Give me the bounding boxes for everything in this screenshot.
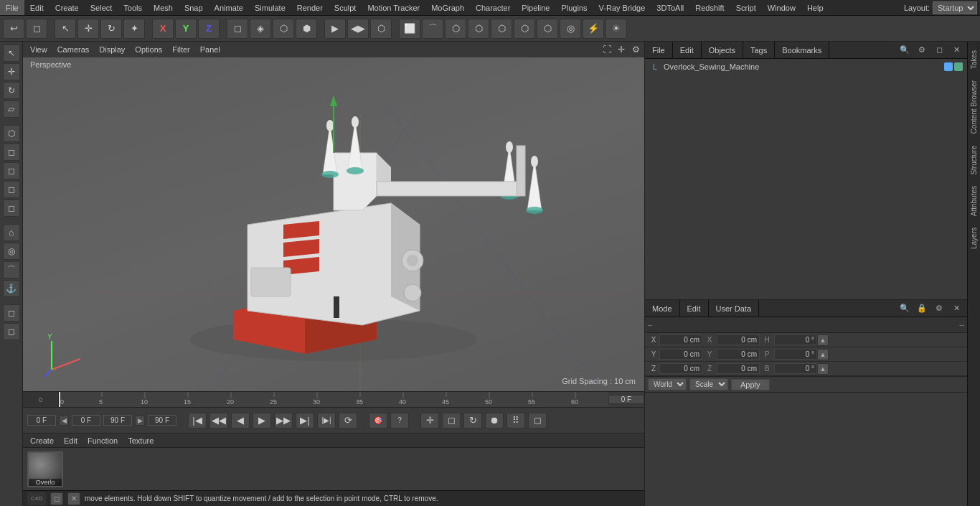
vp-settings-icon[interactable]: ⚙ [630, 44, 641, 55]
viewport[interactable]: X Y Z View Cameras Display Options Filte… [23, 42, 644, 391]
paint-btn[interactable]: ◻ [3, 304, 20, 322]
menu-script[interactable]: Script [730, 0, 762, 15]
record-active-button[interactable]: ⏺ [485, 413, 504, 428]
coord-y-size[interactable] [717, 349, 760, 360]
scene-button[interactable]: ⬡ [491, 19, 512, 39]
coord-y-arrow[interactable]: Y [702, 350, 717, 358]
attr-tab-edit[interactable]: Edit [680, 300, 709, 317]
loop-button[interactable]: ⟳ [339, 413, 357, 428]
arc-btn[interactable]: ⌒ [3, 261, 20, 278]
coord-x-pos[interactable] [659, 334, 702, 345]
square-icon[interactable]: ◻ [50, 492, 63, 505]
camera-button[interactable]: ⬡ [514, 19, 535, 39]
om-view-icon[interactable]: ◻ [931, 44, 947, 57]
end-frame-field[interactable] [103, 415, 132, 426]
edge-mode-button[interactable]: ⬡ [273, 19, 294, 39]
coord-y-btn[interactable]: ▲ [817, 349, 829, 360]
visibility-dot-1[interactable] [944, 62, 953, 71]
world-dropdown[interactable]: World [648, 378, 687, 390]
attr-lock-icon[interactable]: 🔒 [914, 302, 930, 315]
mat-create-menu[interactable]: Create [26, 436, 58, 445]
layout-selector[interactable]: Layout: Startup [904, 1, 977, 14]
attr-tab-mode[interactable]: Mode [645, 300, 680, 317]
om-close-icon[interactable]: ✕ [948, 44, 964, 57]
current-frame-field[interactable] [72, 415, 100, 426]
menu-pipeline[interactable]: Pipeline [516, 0, 555, 15]
selection-btn[interactable]: ◻ [3, 323, 20, 340]
polygon-mode-button[interactable]: ⬡ [3, 125, 20, 142]
vp-menu-options[interactable]: Options [131, 45, 166, 54]
menu-snap[interactable]: Snap [179, 0, 209, 15]
coord-x-size[interactable] [717, 334, 760, 345]
menu-edit[interactable]: Edit [24, 0, 50, 15]
texture-axis-button[interactable]: ✛ [3, 63, 20, 80]
vtab-layers[interactable]: Layers [969, 222, 979, 255]
next-frame-arrow[interactable]: ▶ [135, 416, 145, 426]
z-axis-button[interactable]: Z [198, 19, 220, 39]
menu-plugins[interactable]: Plugins [555, 0, 593, 15]
scale-button[interactable]: ✦ [123, 19, 145, 39]
menu-mesh[interactable]: Mesh [148, 0, 179, 15]
rotate-tool-button[interactable]: ↻ [463, 413, 482, 428]
coord-z-size[interactable] [717, 363, 760, 374]
vtab-structure[interactable]: Structure [969, 140, 979, 181]
menu-tools[interactable]: Tools [118, 0, 148, 15]
mat-texture-menu[interactable]: Texture [123, 436, 158, 445]
om-tab-tags[interactable]: Tags [743, 42, 775, 58]
timeline-track[interactable]: // ruler marks done below 0 5 10 15 20 [59, 392, 608, 407]
vp-move-icon[interactable]: ✛ [616, 44, 627, 55]
om-tab-files[interactable]: File [645, 42, 673, 58]
vp-menu-view[interactable]: View [26, 45, 52, 54]
goto-start-button[interactable]: |◀ [188, 413, 207, 428]
sculpt-btn[interactable]: ◻ [3, 200, 20, 217]
edge-mode-btn[interactable]: ◻ [3, 144, 20, 161]
coord-x-arrow[interactable]: X [702, 336, 717, 344]
deformer-button[interactable]: ⬡ [468, 19, 489, 39]
vp-maximize-icon[interactable]: ⛶ [601, 44, 613, 55]
menu-help[interactable]: Help [801, 0, 829, 15]
target-button[interactable]: ◎ [560, 19, 581, 39]
menu-sculpt[interactable]: Sculpt [329, 0, 362, 15]
light-button[interactable]: ⬡ [537, 19, 558, 39]
close-icon[interactable]: ✕ [67, 492, 80, 505]
menu-select[interactable]: Select [85, 0, 118, 15]
menu-create[interactable]: Create [50, 0, 85, 15]
vp-menu-display[interactable]: Display [95, 45, 129, 54]
frame-end-input[interactable] [608, 395, 644, 404]
pen-tool-btn[interactable]: ◎ [3, 243, 20, 260]
vtab-content-browser[interactable]: Content Browser [969, 75, 979, 139]
menu-redshift[interactable]: Redshift [689, 0, 730, 15]
attr-gear-icon[interactable]: ⚙ [931, 302, 947, 315]
coord-y-pos[interactable] [659, 349, 702, 360]
point-mode-button[interactable]: ◈ [250, 19, 271, 39]
help-button[interactable]: ? [390, 413, 409, 428]
vp-menu-filter[interactable]: Filter [168, 45, 194, 54]
vp-menu-panel[interactable]: Panel [196, 45, 225, 54]
coord-b-val[interactable] [774, 363, 817, 374]
floor-button[interactable]: ⚡ [583, 19, 604, 39]
step-back-button[interactable]: ◀◀ [209, 413, 228, 428]
vtab-takes[interactable]: Takes [969, 44, 979, 75]
menu-simulate[interactable]: Simulate [249, 0, 291, 15]
om-tab-objects[interactable]: Objects [702, 42, 743, 58]
spline-tool-btn[interactable]: ⌂ [3, 224, 20, 241]
vertex-btn[interactable]: ◻ [3, 181, 20, 198]
om-filter-icon[interactable]: ⚙ [914, 44, 930, 57]
select-button[interactable]: ↖ [55, 19, 76, 39]
grid-button[interactable]: ⠿ [507, 413, 525, 428]
move-button[interactable]: ✛ [77, 19, 99, 39]
visibility-dot-2[interactable] [954, 62, 963, 71]
render-view-button[interactable]: ▶ [324, 19, 346, 39]
render-picture-button[interactable]: ◀▶ [347, 19, 369, 39]
workplane-button[interactable]: ▱ [3, 100, 20, 118]
move-tool-button[interactable]: ✛ [420, 413, 439, 428]
coord-z-btn[interactable]: ▲ [817, 363, 829, 375]
menu-window[interactable]: Window [762, 0, 801, 15]
coord-p-val[interactable] [774, 349, 817, 360]
rotate-button[interactable]: ↻ [100, 19, 122, 39]
vp-menu-cameras[interactable]: Cameras [53, 45, 94, 54]
undo-button[interactable]: ↩ [3, 19, 24, 39]
goto-end-button[interactable]: ▶| [296, 413, 314, 428]
apply-button[interactable]: Apply [731, 379, 770, 390]
mat-edit-menu[interactable]: Edit [60, 436, 82, 445]
